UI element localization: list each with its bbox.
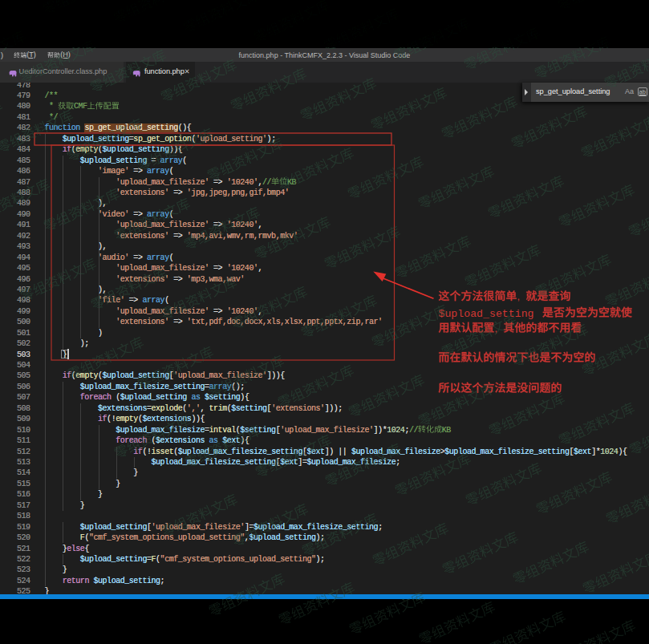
svg-text:$upload_setting: $upload_setting (439, 308, 534, 320)
svg-text:,: , (517, 290, 521, 302)
